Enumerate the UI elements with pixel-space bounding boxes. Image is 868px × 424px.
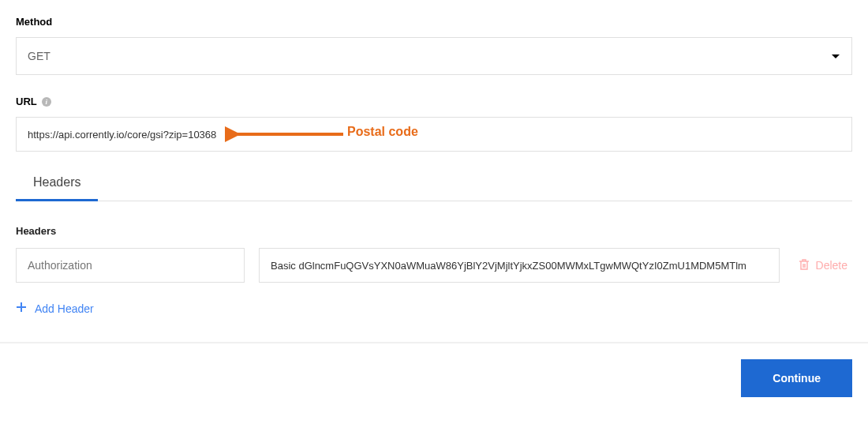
headers-section-label: Headers — [16, 225, 852, 237]
continue-button[interactable]: Continue — [741, 359, 852, 397]
plus-icon — [16, 302, 27, 315]
trash-icon — [799, 258, 810, 273]
header-row: Delete — [16, 248, 852, 283]
footer: Continue — [0, 342, 868, 416]
url-label: URL — [16, 96, 37, 107]
header-value-input[interactable] — [259, 248, 780, 283]
info-icon: i — [42, 97, 51, 107]
method-select[interactable]: GET — [16, 37, 852, 75]
add-header-label: Add Header — [35, 302, 94, 315]
delete-header-button[interactable]: Delete — [794, 258, 852, 273]
delete-label: Delete — [816, 259, 847, 272]
url-row: Postal code — [16, 117, 852, 152]
method-value: GET — [28, 50, 51, 62]
url-input[interactable] — [16, 117, 852, 152]
form-container: Method GET URL i Postal code Headers Hea… — [0, 0, 868, 342]
tabs: Headers — [16, 166, 852, 201]
header-key-input[interactable] — [16, 248, 245, 283]
tab-headers[interactable]: Headers — [16, 166, 98, 201]
add-header-button[interactable]: Add Header — [16, 298, 94, 318]
method-label: Method — [16, 16, 852, 28]
url-label-row: URL i — [16, 96, 852, 107]
chevron-down-icon — [831, 50, 840, 62]
